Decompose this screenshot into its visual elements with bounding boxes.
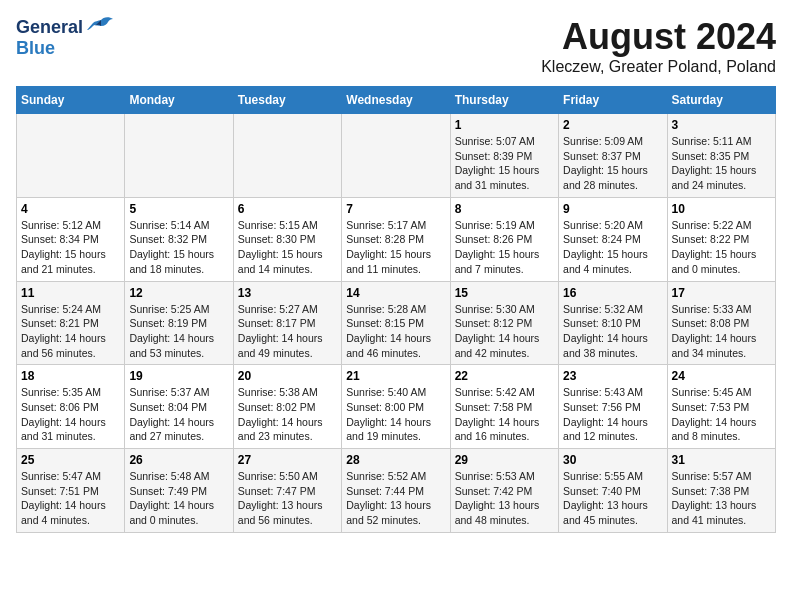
day-info: Daylight: 14 hours (129, 331, 228, 346)
day-info: Sunset: 8:35 PM (672, 149, 771, 164)
day-info: Daylight: 15 hours (563, 247, 662, 262)
day-info: and 21 minutes. (21, 262, 120, 277)
header-day-friday: Friday (559, 87, 667, 114)
day-info: Sunrise: 5:28 AM (346, 302, 445, 317)
day-info: Sunrise: 5:52 AM (346, 469, 445, 484)
day-info: Daylight: 14 hours (129, 415, 228, 430)
day-info: Daylight: 14 hours (21, 331, 120, 346)
day-info: Sunset: 8:10 PM (563, 316, 662, 331)
day-info: Sunset: 7:56 PM (563, 400, 662, 415)
calendar-cell: 5Sunrise: 5:14 AMSunset: 8:32 PMDaylight… (125, 197, 233, 281)
day-info: Sunset: 8:04 PM (129, 400, 228, 415)
day-info: Daylight: 14 hours (672, 331, 771, 346)
day-info: Sunrise: 5:40 AM (346, 385, 445, 400)
day-info: Sunset: 7:51 PM (21, 484, 120, 499)
day-info: Sunrise: 5:50 AM (238, 469, 337, 484)
calendar-cell: 27Sunrise: 5:50 AMSunset: 7:47 PMDayligh… (233, 449, 341, 533)
day-info: Daylight: 15 hours (672, 163, 771, 178)
day-info: Sunset: 7:42 PM (455, 484, 554, 499)
day-info: Sunrise: 5:07 AM (455, 134, 554, 149)
calendar-cell: 30Sunrise: 5:55 AMSunset: 7:40 PMDayligh… (559, 449, 667, 533)
calendar-cell: 1Sunrise: 5:07 AMSunset: 8:39 PMDaylight… (450, 114, 558, 198)
header-day-monday: Monday (125, 87, 233, 114)
day-info: Daylight: 14 hours (238, 415, 337, 430)
day-info: Daylight: 13 hours (672, 498, 771, 513)
title-area: August 2024 Kleczew, Greater Poland, Pol… (541, 16, 776, 76)
day-info: and 11 minutes. (346, 262, 445, 277)
day-info: Sunset: 7:38 PM (672, 484, 771, 499)
day-number: 23 (563, 369, 662, 383)
day-info: and 31 minutes. (21, 429, 120, 444)
day-number: 6 (238, 202, 337, 216)
day-info: Sunset: 8:06 PM (21, 400, 120, 415)
day-info: and 53 minutes. (129, 346, 228, 361)
day-info: Sunrise: 5:55 AM (563, 469, 662, 484)
day-info: Sunset: 8:37 PM (563, 149, 662, 164)
day-info: Daylight: 15 hours (129, 247, 228, 262)
header-day-tuesday: Tuesday (233, 87, 341, 114)
day-info: Sunrise: 5:53 AM (455, 469, 554, 484)
day-info: Sunrise: 5:35 AM (21, 385, 120, 400)
page-subtitle: Kleczew, Greater Poland, Poland (541, 58, 776, 76)
day-info: and 31 minutes. (455, 178, 554, 193)
day-info: Sunset: 7:40 PM (563, 484, 662, 499)
day-info: Sunset: 8:12 PM (455, 316, 554, 331)
day-info: Sunset: 7:47 PM (238, 484, 337, 499)
day-number: 1 (455, 118, 554, 132)
week-row-1: 1Sunrise: 5:07 AMSunset: 8:39 PMDaylight… (17, 114, 776, 198)
day-info: Sunset: 8:28 PM (346, 232, 445, 247)
calendar-cell: 2Sunrise: 5:09 AMSunset: 8:37 PMDaylight… (559, 114, 667, 198)
day-number: 30 (563, 453, 662, 467)
calendar-cell: 15Sunrise: 5:30 AMSunset: 8:12 PMDayligh… (450, 281, 558, 365)
day-info: Sunrise: 5:37 AM (129, 385, 228, 400)
header-day-saturday: Saturday (667, 87, 775, 114)
day-info: Sunrise: 5:32 AM (563, 302, 662, 317)
calendar-header: SundayMondayTuesdayWednesdayThursdayFrid… (17, 87, 776, 114)
day-info: Daylight: 14 hours (21, 498, 120, 513)
day-number: 2 (563, 118, 662, 132)
logo: General Blue (16, 16, 115, 59)
day-number: 26 (129, 453, 228, 467)
day-info: and 52 minutes. (346, 513, 445, 528)
header-day-sunday: Sunday (17, 87, 125, 114)
calendar-cell: 22Sunrise: 5:42 AMSunset: 7:58 PMDayligh… (450, 365, 558, 449)
day-info: Sunrise: 5:19 AM (455, 218, 554, 233)
day-number: 20 (238, 369, 337, 383)
day-number: 11 (21, 286, 120, 300)
day-number: 14 (346, 286, 445, 300)
calendar-cell (342, 114, 450, 198)
day-info: Daylight: 15 hours (455, 247, 554, 262)
day-number: 24 (672, 369, 771, 383)
calendar-cell: 21Sunrise: 5:40 AMSunset: 8:00 PMDayligh… (342, 365, 450, 449)
day-number: 31 (672, 453, 771, 467)
calendar-cell: 8Sunrise: 5:19 AMSunset: 8:26 PMDaylight… (450, 197, 558, 281)
day-info: Sunset: 8:08 PM (672, 316, 771, 331)
calendar-cell: 10Sunrise: 5:22 AMSunset: 8:22 PMDayligh… (667, 197, 775, 281)
week-row-4: 18Sunrise: 5:35 AMSunset: 8:06 PMDayligh… (17, 365, 776, 449)
calendar-cell: 19Sunrise: 5:37 AMSunset: 8:04 PMDayligh… (125, 365, 233, 449)
day-info: Sunrise: 5:20 AM (563, 218, 662, 233)
day-info: and 0 minutes. (129, 513, 228, 528)
logo-general-text: General (16, 17, 83, 38)
day-info: Sunrise: 5:11 AM (672, 134, 771, 149)
day-number: 5 (129, 202, 228, 216)
day-number: 21 (346, 369, 445, 383)
day-info: and 42 minutes. (455, 346, 554, 361)
day-number: 18 (21, 369, 120, 383)
day-info: and 23 minutes. (238, 429, 337, 444)
day-info: and 19 minutes. (346, 429, 445, 444)
week-row-2: 4Sunrise: 5:12 AMSunset: 8:34 PMDaylight… (17, 197, 776, 281)
day-info: and 0 minutes. (672, 262, 771, 277)
day-info: and 4 minutes. (21, 513, 120, 528)
day-info: and 38 minutes. (563, 346, 662, 361)
day-number: 9 (563, 202, 662, 216)
page-title: August 2024 (541, 16, 776, 58)
day-info: Sunrise: 5:17 AM (346, 218, 445, 233)
day-info: Sunrise: 5:24 AM (21, 302, 120, 317)
calendar-cell: 17Sunrise: 5:33 AMSunset: 8:08 PMDayligh… (667, 281, 775, 365)
day-info: Daylight: 15 hours (238, 247, 337, 262)
day-number: 25 (21, 453, 120, 467)
day-info: and 49 minutes. (238, 346, 337, 361)
day-info: Sunrise: 5:15 AM (238, 218, 337, 233)
day-info: Sunset: 8:32 PM (129, 232, 228, 247)
